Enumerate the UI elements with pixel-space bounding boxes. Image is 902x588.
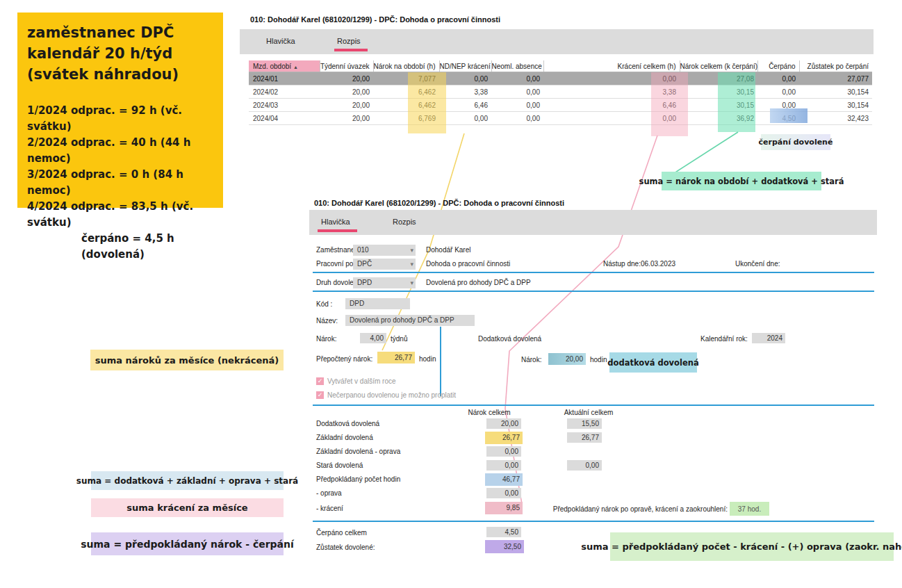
note-detail-line: čerpáno = 4,5 h (dovolená) bbox=[27, 231, 223, 263]
column-header[interactable]: ND/NEP krácení (h) bbox=[439, 60, 491, 72]
employee-name: Dohodář Karel bbox=[426, 246, 470, 254]
column-header-mzd-obdobi[interactable]: Mzd. období▲ bbox=[249, 60, 320, 72]
additional-entitlement-field[interactable]: 20,00 bbox=[548, 353, 586, 365]
rozpis-tabbar: Hlavička Rozpis bbox=[240, 29, 874, 54]
checkmark-icon: ✓ bbox=[318, 391, 323, 398]
checkbox-payout-unused[interactable]: ✓ bbox=[316, 391, 324, 399]
note-heading-line: zaměstnanec DPČ bbox=[27, 22, 223, 43]
rounded-entitlement-value: 37 hod. bbox=[730, 502, 769, 516]
annotation-dodatkova-dovolena: dodatková dovolená bbox=[609, 352, 697, 373]
summary-row-label: Stará dovolená bbox=[316, 462, 363, 469]
column-header[interactable]: Čerpáno bbox=[757, 60, 799, 72]
summary-narok-field: 46,77 bbox=[485, 473, 523, 486]
name-field[interactable]: Dovolená pro dohody DPČ a DPP bbox=[345, 315, 475, 326]
code-field[interactable]: DPD bbox=[345, 298, 410, 309]
calendar-year-field[interactable]: 2024 bbox=[752, 333, 785, 343]
column-header[interactable]: Neoml. absence (h) bbox=[491, 60, 543, 72]
summary-row-label: Základní dovolená bbox=[316, 434, 373, 441]
calendar-year-label: Kalendářní rok: bbox=[700, 335, 748, 343]
column-header[interactable]: Týdenní úvazek bbox=[320, 60, 373, 72]
note-detail-line: 2/2024 odprac. = 40 h (44 h nemoc) bbox=[27, 135, 223, 167]
chevron-down-icon: ▾ bbox=[410, 259, 413, 270]
entitlement-weeks-field[interactable]: 4,00 bbox=[360, 333, 386, 343]
summary-narok-field: 20,00 bbox=[486, 418, 521, 429]
employment-combobox[interactable]: DPČ▾ bbox=[353, 259, 416, 270]
summary-narok-field: 0,00 bbox=[486, 488, 521, 498]
checkbox-payout-unused-label: Nečerpanou dovolenou je možno proplatit bbox=[327, 391, 456, 399]
table-row[interactable]: 2024/0120,00 7,0770,00 0,000,00 27,080,0… bbox=[249, 72, 872, 85]
column-header[interactable]: Zůstatek po čerpání bbox=[799, 60, 872, 72]
note-heading-line: (svátek náhradou) bbox=[27, 64, 223, 85]
annotation-suma-narok-obdobi: suma = nárok na období + dodatková + sta… bbox=[662, 172, 821, 190]
additional-entitlement-label: Nárok: bbox=[521, 356, 541, 364]
active-tab-underline bbox=[318, 229, 357, 232]
tab-rozpis[interactable]: Rozpis bbox=[393, 218, 416, 226]
column-header[interactable]: Nárok celkem (k čerpání) bbox=[680, 60, 757, 72]
summary-aktualni-field: 15,50 bbox=[567, 418, 602, 429]
end-date-label: Ukončení dne: bbox=[735, 260, 780, 268]
entitlement-unit: týdnů bbox=[391, 335, 407, 343]
annotation-suma-predpokladany: suma = předpokládaný nárok - čerpání bbox=[91, 532, 284, 555]
additional-vacation-header: Dodatková dovolená bbox=[478, 335, 541, 343]
summary-col2-header: Aktuální celkem bbox=[550, 409, 627, 416]
employment-name: Dohoda o pracovní činnosti bbox=[426, 260, 510, 268]
summary-narok-field: 26,77 bbox=[485, 432, 523, 444]
summary-narok-field: 0,00 bbox=[486, 460, 521, 471]
checkmark-icon: ✓ bbox=[318, 377, 323, 384]
column-header[interactable]: Krácení celkem (h) bbox=[543, 60, 680, 72]
summary-row-label: - krácení bbox=[316, 505, 343, 512]
drawn-total-field: 4,50 bbox=[486, 527, 521, 537]
summary-col1-header: Nárok celkem bbox=[451, 409, 527, 416]
note-detail-line: 4/2024 odprac. = 83,5 h (vč. svátku) bbox=[27, 199, 223, 231]
separator bbox=[313, 291, 874, 292]
summary-row-label: Základní dovolená - oprava bbox=[316, 448, 400, 455]
rounded-entitlement-label: Předpokládaný nárok po opravě, krácení a… bbox=[542, 505, 728, 513]
annotation-cerpani-dovolene: čerpání dovolené bbox=[761, 134, 830, 150]
tab-rozpis[interactable]: Rozpis bbox=[337, 37, 361, 45]
start-date-label: Nástup dne: bbox=[603, 260, 641, 268]
table-header-row: Mzd. období▲ Týdenní úvazek Nárok na obd… bbox=[249, 60, 872, 72]
note-detail-line: 3/2024 odprac. = 0 h (84 h nemoc) bbox=[27, 167, 223, 199]
tab-hlavicka[interactable]: Hlavička bbox=[266, 37, 295, 45]
checkbox-create-next-year-label: Vytvářet v dalším roce bbox=[327, 377, 396, 385]
summary-row-label: Dodatková dovolená bbox=[316, 420, 379, 427]
annotation-suma-bottom: suma = předpokládaný počet - krácení - (… bbox=[610, 532, 894, 561]
code-label: Kód : bbox=[316, 300, 332, 308]
note-detail-line: 1/2024 odprac. = 92 h (vč. svátku) bbox=[27, 103, 223, 135]
vertical-separator bbox=[440, 327, 441, 396]
column-header[interactable]: Nárok na období (h) bbox=[373, 60, 439, 72]
table-row[interactable]: 2024/0220,00 6,4623,38 0,003,38 30,150,0… bbox=[249, 85, 872, 99]
recalculated-entitlement-field[interactable]: 26,77 bbox=[377, 352, 415, 364]
separator bbox=[313, 272, 874, 273]
rozpis-panel-title: 010: Dohodář Karel (681020/1299) - DPČ: … bbox=[250, 15, 500, 24]
note-heading-line: kalendář 20 h/týd bbox=[27, 43, 223, 64]
summary-aktualni-field: 0,00 bbox=[567, 460, 602, 471]
employee-combobox[interactable]: 010▾ bbox=[353, 245, 416, 256]
vacation-periods-table: Mzd. období▲ Týdenní úvazek Nárok na obd… bbox=[249, 60, 872, 125]
table-row[interactable]: 2024/0320,00 6,4626,46 0,006,46 30,150,0… bbox=[249, 99, 872, 112]
vacation-type-combobox[interactable]: DPD▾ bbox=[353, 277, 416, 288]
separator bbox=[313, 521, 874, 522]
hlavicka-tabbar: Hlavička Rozpis bbox=[309, 210, 877, 235]
vacation-balance-field: 32,50 bbox=[485, 540, 524, 553]
tab-hlavicka[interactable]: Hlavička bbox=[321, 218, 350, 226]
payroll-vacation-screen: zaměstnanec DPČ kalendář 20 h/týd (sváte… bbox=[0, 0, 902, 588]
sort-ascending-icon: ▲ bbox=[293, 65, 298, 70]
summary-aktualni-field: 26,77 bbox=[567, 432, 602, 443]
checkbox-create-next-year[interactable]: ✓ bbox=[316, 377, 324, 385]
annotation-suma-dodatkova: suma = dodatková + základní + oprava + s… bbox=[91, 471, 284, 490]
table-row[interactable]: 2024/0420,00 6,7690,00 0,000,00 36,924,5… bbox=[249, 112, 872, 125]
summary-row-label: - oprava bbox=[316, 489, 342, 497]
annotation-suma-kraceni: suma krácení za měsíce bbox=[91, 498, 284, 517]
recalculated-entitlement-unit: hodin bbox=[419, 355, 436, 363]
chevron-down-icon: ▾ bbox=[410, 277, 413, 288]
active-tab-underline bbox=[334, 49, 368, 51]
vacation-balance-label: Zůstatek dovolené: bbox=[316, 544, 375, 551]
summary-row-label: Předpokládaný počet hodin bbox=[316, 475, 400, 483]
yellow-note: zaměstnanec DPČ kalendář 20 h/týd (sváte… bbox=[17, 13, 223, 208]
start-date-value: 06.03.2023 bbox=[641, 260, 675, 268]
annotation-suma-naroku-mesice: suma nároků za měsíce (nekrácená) bbox=[90, 350, 284, 370]
separator bbox=[313, 405, 874, 406]
summary-narok-field: 9,85 bbox=[485, 502, 523, 514]
name-label: Název: bbox=[316, 317, 338, 325]
